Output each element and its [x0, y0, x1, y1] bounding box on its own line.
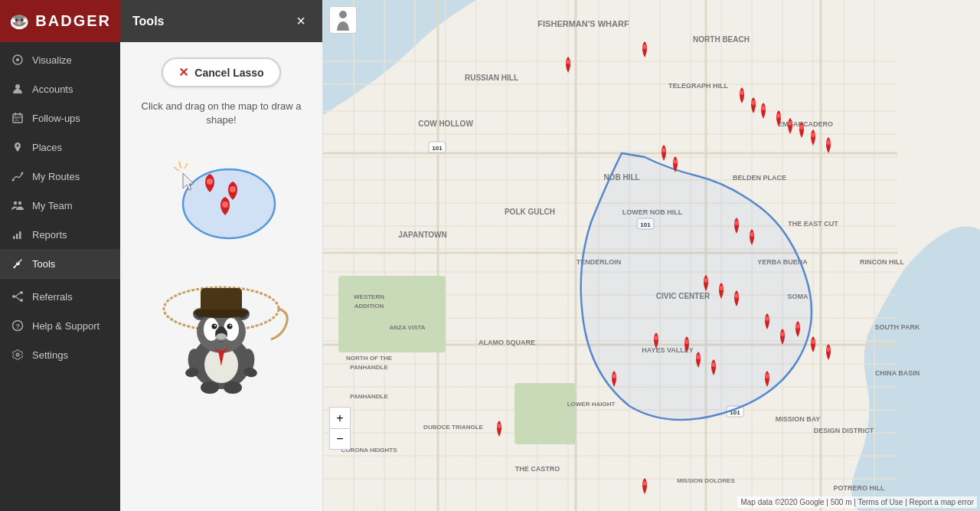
- svg-point-175: [826, 347, 831, 352]
- svg-point-46: [212, 324, 217, 329]
- svg-text:COW HOLLOW: COW HOLLOW: [418, 120, 473, 128]
- svg-point-186: [339, 11, 347, 18]
- lasso-instruction: Click and drag on the map to draw a shap…: [132, 100, 310, 127]
- sidebar-item-referrals[interactable]: Referrals: [0, 282, 120, 311]
- followups-icon: 31: [11, 111, 24, 125]
- svg-text:CHINA BASIN: CHINA BASIN: [875, 369, 920, 377]
- svg-rect-114: [514, 383, 576, 444]
- accounts-icon: [11, 82, 24, 96]
- sidebar-item-reports[interactable]: Reports: [0, 220, 120, 249]
- svg-text:POLK GULCH: POLK GULCH: [505, 208, 555, 216]
- svg-text:DESIGN DISTRICT: DESIGN DISTRICT: [814, 427, 874, 434]
- visualize-icon: [11, 53, 24, 67]
- svg-rect-113: [338, 276, 446, 352]
- reports-icon: [11, 228, 24, 241]
- tools-header: Tools ×: [120, 0, 322, 42]
- svg-point-182: [497, 424, 501, 428]
- svg-line-36: [185, 163, 188, 169]
- svg-text:ALAMO SQUARE: ALAMO SQUARE: [479, 339, 535, 346]
- svg-point-165: [673, 159, 678, 164]
- lasso-demo-svg: [152, 142, 290, 250]
- svg-rect-58: [201, 310, 242, 314]
- svg-point-179: [711, 362, 716, 367]
- places-icon: [11, 140, 24, 154]
- svg-point-176: [654, 336, 658, 340]
- svg-point-162: [811, 133, 815, 137]
- svg-text:MISSION DOLORES: MISSION DOLORES: [677, 477, 735, 484]
- svg-text:THE CASTRO: THE CASTRO: [515, 465, 560, 473]
- cancel-lasso-label: Cancel Lasso: [194, 67, 263, 79]
- svg-point-24: [20, 299, 23, 302]
- svg-text:NORTH OF THE: NORTH OF THE: [346, 355, 393, 362]
- help-icon: ?: [11, 319, 24, 332]
- svg-point-32: [222, 201, 228, 208]
- sidebar-item-places[interactable]: Places: [0, 133, 120, 162]
- svg-point-31: [230, 186, 236, 192]
- svg-point-66: [224, 382, 242, 394]
- sidebar-label-reports: Reports: [32, 229, 67, 241]
- svg-text:WESTERN: WESTERN: [354, 293, 384, 300]
- svg-point-167: [750, 232, 754, 237]
- svg-point-166: [734, 221, 739, 225]
- svg-text:MISSION BAY: MISSION BAY: [776, 415, 821, 423]
- svg-point-8: [16, 58, 19, 61]
- svg-text:ANZA VISTA: ANZA VISTA: [389, 324, 425, 331]
- sidebar-item-accounts[interactable]: Accounts: [0, 74, 120, 103]
- svg-text:31: 31: [15, 117, 19, 122]
- badger-logo-icon: [9, 11, 29, 32]
- tools-panel: Tools × ✕ Cancel Lasso Click and drag on…: [120, 0, 323, 511]
- tools-content: ✕ Cancel Lasso Click and drag on the map…: [120, 42, 322, 412]
- sidebar-item-settings[interactable]: Settings: [0, 340, 120, 369]
- tools-title: Tools: [132, 15, 164, 28]
- svg-point-168: [704, 278, 708, 283]
- svg-point-161: [799, 125, 804, 129]
- svg-point-15: [12, 179, 15, 182]
- svg-point-172: [780, 332, 785, 336]
- sidebar-item-visualize[interactable]: Visualize: [0, 45, 120, 74]
- sidebar-item-my-routes[interactable]: My Routes: [0, 162, 120, 191]
- svg-rect-21: [19, 231, 21, 239]
- svg-point-173: [795, 324, 800, 329]
- zoom-in-button[interactable]: +: [329, 407, 351, 428]
- cancel-lasso-button[interactable]: ✕ Cancel Lasso: [162, 57, 280, 87]
- tools-close-button[interactable]: ×: [292, 12, 310, 31]
- svg-point-178: [696, 355, 701, 359]
- svg-point-16: [21, 172, 24, 175]
- cancel-x-icon: ✕: [178, 65, 188, 80]
- svg-text:BELDEN PLACE: BELDEN PLACE: [733, 174, 786, 182]
- street-view-button[interactable]: [329, 6, 357, 34]
- svg-point-4: [15, 18, 18, 21]
- zoom-out-button[interactable]: −: [329, 428, 351, 450]
- sidebar-item-tools[interactable]: Tools: [0, 249, 120, 278]
- nav-items: Visualize Accounts 31 Follow-ups Places: [0, 42, 120, 278]
- svg-point-164: [662, 148, 666, 152]
- svg-line-35: [179, 162, 181, 168]
- svg-point-174: [811, 339, 815, 344]
- svg-point-22: [12, 295, 15, 298]
- svg-point-170: [734, 293, 739, 298]
- svg-text:SOUTH PARK: SOUTH PARK: [875, 323, 920, 331]
- svg-point-6: [17, 21, 21, 25]
- svg-text:RINCON HILL: RINCON HILL: [860, 258, 904, 266]
- svg-point-9: [15, 84, 20, 89]
- sidebar-item-my-team[interactable]: My Team: [0, 191, 120, 220]
- map-attribution: Map data ©2020 Google | 500 m | Terms of…: [737, 496, 977, 508]
- mascot-area: [132, 274, 310, 397]
- svg-text:TELEGRAPH HILL: TELEGRAPH HILL: [668, 82, 729, 90]
- svg-point-159: [776, 113, 781, 118]
- nav-bottom: Referrals ? Help & Support Settings: [0, 278, 120, 511]
- sidebar-label-my-routes: My Routes: [32, 171, 80, 182]
- sidebar-label-places: Places: [32, 142, 62, 153]
- settings-icon: [11, 348, 24, 362]
- sidebar-item-help[interactable]: ? Help & Support: [0, 311, 120, 340]
- svg-point-180: [566, 60, 570, 64]
- sidebar: BADGER Visualize Accounts 31 Follow-ups: [0, 0, 120, 511]
- lasso-demo: [152, 142, 290, 250]
- svg-point-65: [201, 382, 219, 394]
- map-controls: + −: [329, 407, 351, 450]
- sidebar-item-followups[interactable]: 31 Follow-ups: [0, 103, 120, 133]
- svg-point-156: [740, 90, 744, 95]
- svg-line-34: [174, 167, 179, 171]
- sidebar-label-my-team: My Team: [32, 200, 73, 211]
- svg-text:THE EAST CUT: THE EAST CUT: [788, 220, 838, 228]
